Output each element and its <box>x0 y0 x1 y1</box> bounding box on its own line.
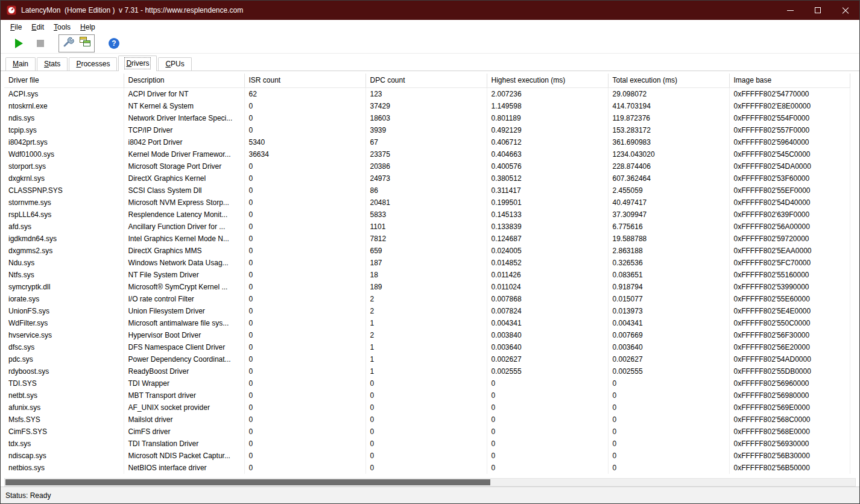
menu-item-file[interactable]: File <box>5 21 27 33</box>
cell: 5340 <box>244 136 365 148</box>
table-row[interactable]: iorate.sysI/O rate control Filter020.007… <box>4 293 850 305</box>
table-row[interactable]: netbt.sysMBT Transport driver00000xFFFFF… <box>4 389 850 402</box>
table-row[interactable]: dxgmms2.sysDirectX Graphics MMS06590.024… <box>4 245 850 257</box>
cell: 0 <box>244 317 365 329</box>
table-row[interactable]: TDI.SYSTDI Wrapper00000xFFFFF802'5696000… <box>4 377 850 389</box>
table-row[interactable]: CimFS.SYSCimFS driver00000xFFFFF802'568E… <box>4 426 850 438</box>
table-row[interactable]: Wdf01000.sysKernel Mode Driver Framewor.… <box>4 148 850 160</box>
cell: Microsoft NVM Express Storp... <box>124 197 244 209</box>
table-row[interactable]: netbios.sysNetBIOS interface driver00000… <box>4 462 850 474</box>
tab-cpus[interactable]: CPUs <box>158 57 191 71</box>
table-row[interactable]: pdc.sysPower Dependency Coordinat...010.… <box>4 353 850 365</box>
table-row[interactable]: ndis.sysNetwork Driver Interface Speci..… <box>4 112 850 124</box>
tab-drivers[interactable]: Drivers <box>118 55 157 71</box>
cell: iorate.sys <box>4 293 124 305</box>
table-row[interactable]: symcryptk.dllMicrosoft® SymCrypt Kernel … <box>4 281 850 293</box>
table-row[interactable]: tcpip.sysTCP/IP Driver039390.492129153.2… <box>4 124 850 136</box>
table-row[interactable]: tdx.sysTDI Translation Driver00000xFFFFF… <box>4 438 850 450</box>
column-header[interactable]: DPC count <box>365 74 487 88</box>
table-row[interactable]: rspLLL64.sysResplendence Latency Monit..… <box>4 209 850 221</box>
table-row[interactable]: afunix.sysAF_UNIX socket provider00000xF… <box>4 402 850 414</box>
tab-stats[interactable]: Stats <box>37 57 68 71</box>
toolbar-button-group <box>58 34 95 52</box>
help-button[interactable]: ? <box>106 36 122 51</box>
cell: 0.004341 <box>487 317 608 329</box>
tab-processes[interactable]: Processes <box>69 57 117 71</box>
menu-item-help[interactable]: Help <box>75 21 100 33</box>
cell: 0 <box>608 462 729 474</box>
cell: 0xFFFFF802'55EF0000 <box>729 184 850 197</box>
table-row[interactable]: dxgkrnl.sysDirectX Graphics Kernel024973… <box>4 172 850 184</box>
stop-monitor-button[interactable] <box>32 36 49 51</box>
cell: 0.083651 <box>608 269 729 281</box>
column-header[interactable]: Total execution (ms) <box>608 74 729 88</box>
table-row[interactable]: rdyboost.sysReadyBoost Driver010.0025550… <box>4 365 850 377</box>
maximize-icon <box>815 7 821 13</box>
column-header[interactable]: Driver file <box>4 74 124 88</box>
table-row[interactable]: ACPI.sysACPI Driver for NT621232.0072362… <box>4 88 850 101</box>
cascade-windows-button[interactable] <box>77 36 93 51</box>
cell: 607.362464 <box>608 172 729 184</box>
table-row[interactable]: dfsc.sysDFS Namespace Client Driver010.0… <box>4 341 850 353</box>
cell: 86 <box>365 184 487 197</box>
cell: 0 <box>608 438 729 450</box>
table-row[interactable]: i8042prt.sysi8042 Port Driver5340670.406… <box>4 136 850 148</box>
table-row[interactable]: ntoskrnl.exeNT Kernel & System0374291.14… <box>4 100 850 112</box>
cell: 0xFFFFF802'550C0000 <box>729 317 850 329</box>
table-row[interactable]: igdkmdn64.sysIntel Graphics Kernel Mode … <box>4 233 850 245</box>
table-row[interactable]: CLASSPNP.SYSSCSI Class System Dll0860.31… <box>4 184 850 197</box>
minimize-button[interactable] <box>776 1 804 20</box>
cell: 0 <box>365 462 487 474</box>
table-row[interactable]: Msfs.SYSMailslot driver00000xFFFFF802'56… <box>4 414 850 426</box>
cell: 0 <box>365 438 487 450</box>
cell: Hypervisor Boot Driver <box>124 329 244 341</box>
cell: tcpip.sys <box>4 124 124 136</box>
table-row[interactable]: WdFilter.sysMicrosoft antimalware file s… <box>4 317 850 329</box>
drivers-table: Driver fileDescriptionISR countDPC count… <box>4 74 856 474</box>
cell: 1 <box>365 317 487 329</box>
cell: Intel Graphics Kernel Mode N... <box>124 233 244 245</box>
menu-item-edit[interactable]: Edit <box>27 21 49 33</box>
table-row[interactable]: storport.sysMicrosoft Storage Port Drive… <box>4 160 850 172</box>
table-row[interactable]: UnionFS.sysUnion Filesystem Driver020.00… <box>4 305 850 317</box>
cell: 0xFFFFF802'56E20000 <box>729 341 850 353</box>
table-row[interactable]: Ntfs.sysNT File System Driver0180.011426… <box>4 269 850 281</box>
column-header[interactable]: Highest execution (ms) <box>487 74 608 88</box>
horizontal-scrollbar-thumb[interactable] <box>5 479 490 485</box>
tab-main[interactable]: Main <box>5 57 36 71</box>
cell: 0.124687 <box>487 233 608 245</box>
cell: ndis.sys <box>4 112 124 124</box>
table-row[interactable]: stornvme.sysMicrosoft NVM Express Storp.… <box>4 197 850 209</box>
column-header[interactable]: Image base <box>729 74 850 88</box>
cell: 0.011426 <box>487 269 608 281</box>
cell: 0 <box>244 257 365 269</box>
column-header[interactable]: ISR count <box>244 74 365 88</box>
cell: 19.588788 <box>608 233 729 245</box>
cell: 0xFFFFF802'54DA0000 <box>729 160 850 172</box>
cell: 0.400576 <box>487 160 608 172</box>
cell: 0xFFFFF802'557F0000 <box>729 124 850 136</box>
cell: 7812 <box>365 233 487 245</box>
menu-item-tools[interactable]: Tools <box>49 21 75 33</box>
tab-page-drivers: Driver fileDescriptionISR countDPC count… <box>1 71 859 487</box>
cell: 659 <box>365 245 487 257</box>
cell: 0 <box>487 426 608 438</box>
cell: Union Filesystem Driver <box>124 305 244 317</box>
cell: 0 <box>244 462 365 474</box>
cell: 37429 <box>365 100 487 112</box>
cell: 0 <box>244 269 365 281</box>
start-monitor-button[interactable] <box>10 36 27 51</box>
cell: Ndu.sys <box>4 257 124 269</box>
horizontal-scrollbar[interactable] <box>4 478 856 487</box>
maximize-button[interactable] <box>804 1 832 20</box>
options-button[interactable] <box>60 36 77 51</box>
table-row[interactable]: afd.sysAncillary Function Driver for ...… <box>4 221 850 233</box>
table-row[interactable]: hvservice.sysHypervisor Boot Driver020.0… <box>4 329 850 341</box>
cell: 0.002627 <box>487 353 608 365</box>
cell: 0 <box>487 438 608 450</box>
table-row[interactable]: Ndu.sysWindows Network Data Usag...01870… <box>4 257 850 269</box>
table-row[interactable]: ndiscap.sysMicrosoft NDIS Packet Captur.… <box>4 450 850 462</box>
cell: 0.311417 <box>487 184 608 197</box>
close-button[interactable] <box>832 1 859 20</box>
column-header[interactable]: Description <box>124 74 244 88</box>
